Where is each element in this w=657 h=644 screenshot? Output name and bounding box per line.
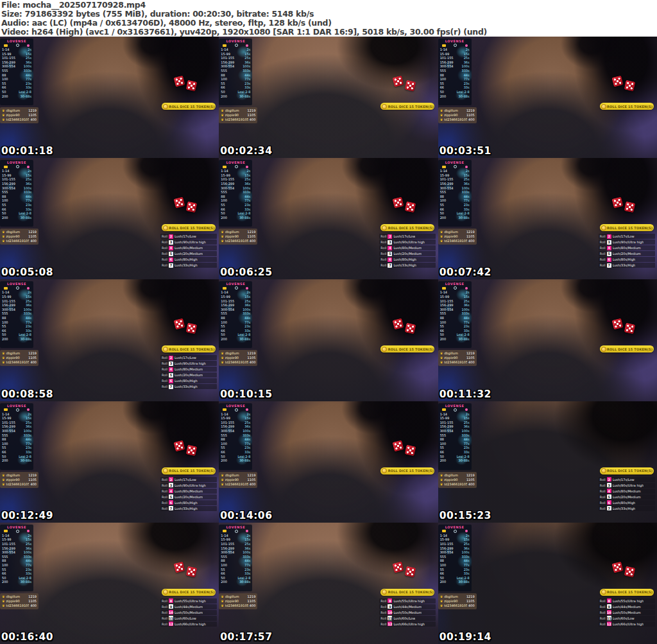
tip-menu-row: 101-15525s <box>440 299 470 304</box>
tip-duration-label: 100s <box>243 308 250 312</box>
tip-menu-row: 101-15525s <box>2 299 31 304</box>
lovense-menu-overlay: LOVENSE1-142s15-9915s101-15525s156-29936… <box>0 281 33 348</box>
tipper-amount: 400 <box>468 482 475 487</box>
tip-range-label: 88 <box>221 437 225 442</box>
roll-prize-row: Roll10Lush/50s/Medium <box>599 610 655 615</box>
tip-range-label: 156-299 <box>440 60 454 65</box>
crown-icon: ♛ <box>2 117 4 122</box>
tip-duration-label: 33s <box>26 207 31 212</box>
tipper-name: td23466191052 <box>225 360 248 365</box>
roll-prize-label: Lush/44s/Medium <box>175 605 203 609</box>
tip-range-label: 156-299 <box>2 546 15 551</box>
roll-dice-banner: ROLL DICE 15 TOKEN(S) <box>380 467 434 474</box>
roll-prize-label: Lush/80s/Medium <box>175 246 203 250</box>
tip-menu-row: 50Lexi 2-8 <box>2 455 31 459</box>
tipper-row: ♛dbgillum1219 <box>2 230 37 234</box>
tip-menu-row: 15-9915s <box>2 295 31 299</box>
tip-menu-row: 300-554100s <box>440 64 470 69</box>
die-icon <box>393 75 404 87</box>
tip-range-label: 88 <box>221 559 225 563</box>
tip-range-label: 200 <box>221 458 227 463</box>
tip-menu-row: 15-9915s <box>440 295 470 299</box>
dice-icon <box>393 319 424 341</box>
tip-menu-row: 5523s <box>221 568 250 572</box>
roll-label: Roll <box>600 622 606 626</box>
tipper-name: zippie90 <box>6 356 27 360</box>
tip-menu-row: 8844s <box>2 437 31 442</box>
tip-range-label: 1-14 <box>221 169 228 173</box>
top-tippers-overlay: ♛dbgillum1219♛zippie901105♛td23466191052… <box>438 350 477 366</box>
roll-number-badge: 6 <box>169 379 173 383</box>
tip-menu-row: 5523s <box>221 82 250 86</box>
top-tippers-overlay: ♛dbgillum1219♛zippie901105♛td23466191052… <box>219 229 257 245</box>
tipper-row: ♛dbgillum1219 <box>221 595 255 599</box>
tip-range-label: 300-554 <box>440 308 454 312</box>
roll-number-badge: 11 <box>169 616 173 620</box>
tip-menu-row: 20030-88s <box>440 216 470 220</box>
heart-icon <box>27 44 30 47</box>
tip-menu-row: 555333s <box>221 555 250 559</box>
tip-menu-row: 8844s <box>221 195 250 199</box>
tip-duration-label: 15s <box>244 52 250 57</box>
tip-range-label: 88 <box>440 316 444 320</box>
tip-range-label: 66 <box>221 85 225 90</box>
tip-range-label: 66 <box>440 571 444 576</box>
roll-number-badge: 5 <box>169 494 173 499</box>
tip-menu-row: 10077s <box>221 563 250 568</box>
tip-menu-row: 5523s <box>221 446 250 450</box>
tip-duration-label: 100s <box>462 550 470 555</box>
tipper-row: ♛zippie901105 <box>440 478 475 482</box>
tip-duration-label: 25s <box>244 56 250 60</box>
tip-duration-label: 30-88s <box>239 94 250 99</box>
tipper-name: dbgillum <box>6 473 27 478</box>
roll-label: Roll <box>162 356 167 360</box>
top-tippers-overlay: ♛dbgillum1219♛zippie901105♛td23466191052… <box>438 593 477 609</box>
crown-icon: ♛ <box>2 351 4 356</box>
roll-label: Roll <box>380 622 386 626</box>
tip-duration-label: Lexi 2-8 <box>457 211 470 216</box>
lovense-menu-overlay: LOVENSE1-142s15-9915s101-15525s156-29936… <box>219 39 252 105</box>
roll-number-badge: 8 <box>388 598 392 603</box>
coin-icon <box>4 166 8 168</box>
roll-prize-label: Lush/80s/Medium <box>393 246 422 250</box>
video-thumbnail: LOVENSE1-142s15-9915s101-15525s156-29936… <box>438 279 657 401</box>
video-thumbnail: LOVENSE1-142s15-9915s101-15525s156-29936… <box>438 37 657 158</box>
tip-duration-label: 36s <box>464 546 470 551</box>
roll-prize-row: Roll2Lush/17s/Low <box>599 477 655 482</box>
menu-icons-row <box>221 43 250 48</box>
timestamp-label: 00:15:23 <box>439 510 491 521</box>
timestamp-label: 00:19:14 <box>439 631 491 643</box>
roll-prize-label: Lush/17s/Low <box>613 234 635 238</box>
tipper-name: dbgillum <box>444 109 465 113</box>
roll-number-badge: 6 <box>388 257 392 262</box>
tip-range-label: 15-99 <box>440 537 450 542</box>
tip-range-label: 15-99 <box>440 52 450 57</box>
tip-menu-row: 20030-88s <box>221 94 250 99</box>
tipper-name: td23466191052 <box>6 360 29 365</box>
tip-menu-row: 1-142s <box>2 169 31 173</box>
tip-range-label: 200 <box>2 94 8 99</box>
tipper-name: td23466191052 <box>225 117 248 122</box>
roll-number-badge: 5 <box>388 252 392 256</box>
tip-range-label: 1-14 <box>221 290 228 295</box>
roll-label: Roll <box>380 263 386 267</box>
tip-duration-label: 25s <box>26 177 31 182</box>
tip-duration-label: 33s <box>244 571 250 576</box>
tip-range-label: 100 <box>440 563 447 568</box>
roll-prize-row: Roll10Lush/50s/Medium <box>160 610 217 615</box>
roll-number-badge: 2 <box>169 477 173 482</box>
roll-dice-banner: ROLL DICE 15 TOKEN(S) <box>600 224 654 231</box>
roll-prize-label: Lush/44s/Medium <box>393 605 422 609</box>
tipper-name: dbgillum <box>225 230 246 234</box>
top-tippers-overlay: ♛dbgillum1219♛zippie901105♛td23466191052… <box>219 593 257 609</box>
tip-menu-row: 156-29936s <box>2 546 31 551</box>
tip-duration-label: 15s <box>464 537 470 542</box>
lovense-menu-overlay: LOVENSE1-142s15-9915s101-15525s156-29936… <box>219 281 252 348</box>
tip-menu-row: 1-142s <box>440 534 470 538</box>
tip-menu-row: 101-15525s <box>440 421 470 425</box>
tip-menu-row: 6633s <box>221 571 250 576</box>
tipper-name: zippie90 <box>225 113 246 117</box>
tip-duration-label: 77s <box>464 563 470 568</box>
crown-icon: ♛ <box>2 604 4 608</box>
tip-duration-label: 100s <box>462 64 470 69</box>
